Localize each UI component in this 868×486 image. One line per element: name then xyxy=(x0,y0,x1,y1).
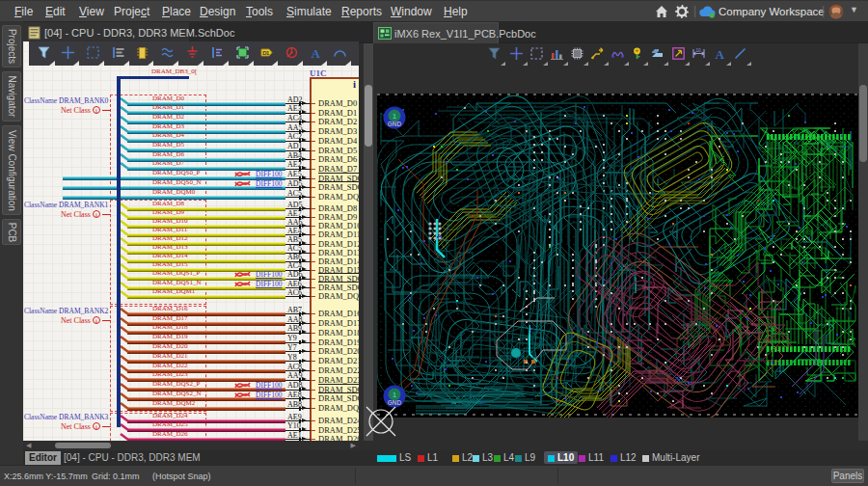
svg-text:GND: GND xyxy=(388,121,402,127)
svg-text:1: 1 xyxy=(393,113,396,120)
svg-text:A: A xyxy=(312,46,321,60)
svg-text:A: A xyxy=(716,47,725,61)
svg-text:D1: D1 xyxy=(262,50,270,56)
svg-text:10: 10 xyxy=(696,48,702,53)
svg-text:1: 1 xyxy=(393,392,396,398)
